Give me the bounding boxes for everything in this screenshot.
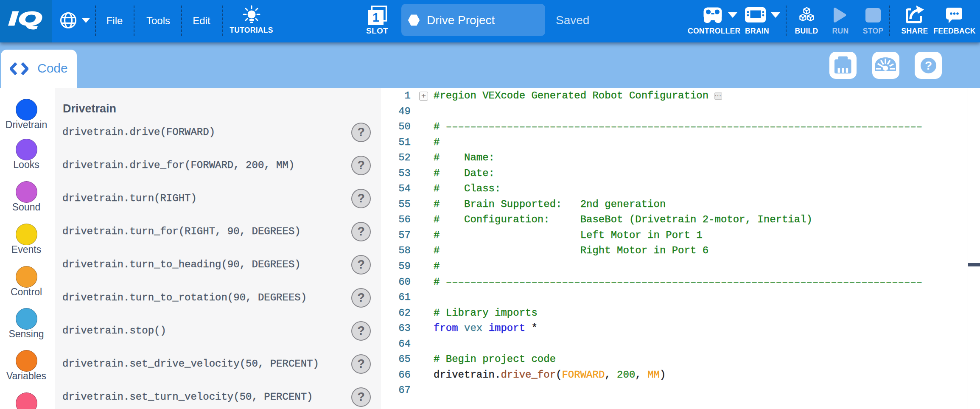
svg-text:1: 1 [372, 11, 379, 24]
